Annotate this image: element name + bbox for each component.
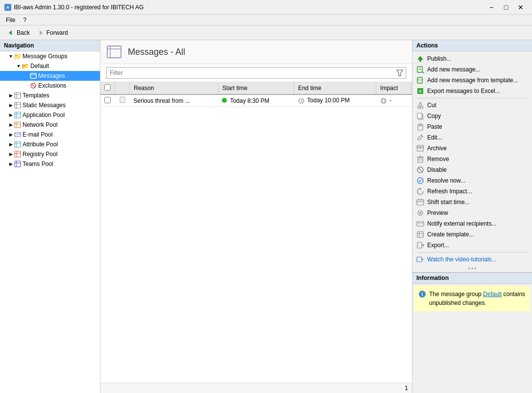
svg-rect-17 bbox=[15, 122, 21, 128]
action-publish[interactable]: Publish... bbox=[412, 53, 532, 64]
action-cut[interactable]: Cut bbox=[412, 100, 532, 111]
th-impact[interactable]: Impact bbox=[376, 82, 412, 94]
svg-point-75 bbox=[419, 212, 421, 214]
row-start-time: Today 8:30 PM bbox=[218, 94, 294, 107]
tree-label-exclusions: Exclusions bbox=[38, 82, 66, 89]
menu-help[interactable]: ? bbox=[19, 16, 30, 24]
tree-item-registry-pool[interactable]: ▶ Registry Pool bbox=[0, 149, 100, 159]
action-label-notify-external: Notify external recipients... bbox=[427, 220, 496, 227]
info-default-link[interactable]: Default bbox=[483, 291, 502, 298]
create-template-icon bbox=[416, 231, 424, 238]
tree-item-application-pool[interactable]: ▶ Application Pool bbox=[0, 110, 100, 120]
impact-icon bbox=[380, 97, 387, 104]
tree-item-attribute-pool[interactable]: ▶ Attribute Pool bbox=[0, 139, 100, 149]
minimize-button[interactable]: − bbox=[484, 2, 499, 12]
row-checkbox[interactable] bbox=[104, 97, 111, 103]
expand-icon-templates: ▶ bbox=[8, 92, 14, 98]
svg-point-49 bbox=[418, 106, 420, 109]
action-add-new-message[interactable]: + Add new message... bbox=[412, 64, 532, 75]
titlebar: A IBI-aws Admin 1.30.0 - registered for … bbox=[0, 0, 532, 15]
maximize-button[interactable]: □ bbox=[499, 2, 513, 12]
archive-icon bbox=[416, 144, 424, 152]
preview-icon bbox=[416, 209, 424, 217]
tree-item-default[interactable]: ▼ 📂 Default bbox=[0, 61, 100, 71]
export-excel-icon: X bbox=[416, 87, 424, 95]
tree-item-email-pool[interactable]: ▶ E-mail Pool bbox=[0, 130, 100, 139]
action-shift-start-time[interactable]: Shift start time... bbox=[412, 197, 532, 208]
action-remove[interactable]: Remove bbox=[412, 154, 532, 164]
status-indicator bbox=[222, 98, 227, 103]
copy-icon bbox=[416, 112, 424, 120]
action-copy[interactable]: Copy bbox=[412, 111, 532, 121]
filter-button[interactable] bbox=[394, 67, 406, 79]
svg-rect-41 bbox=[419, 60, 421, 62]
svg-rect-70 bbox=[417, 200, 424, 205]
action-paste[interactable]: Paste bbox=[412, 121, 532, 132]
action-export[interactable]: Export... bbox=[412, 240, 532, 251]
th-start-time[interactable]: Start time bbox=[218, 82, 294, 94]
th-end-time[interactable]: End time bbox=[294, 82, 376, 94]
svg-text:T+: T+ bbox=[418, 78, 422, 82]
svg-marker-3 bbox=[40, 30, 43, 35]
paste-icon bbox=[416, 123, 424, 131]
svg-line-43 bbox=[422, 71, 424, 73]
action-edit[interactable]: Edit... bbox=[412, 132, 532, 143]
add-message-icon: + bbox=[416, 66, 424, 73]
close-button[interactable]: ✕ bbox=[513, 2, 528, 12]
filter-input[interactable] bbox=[107, 69, 394, 76]
remove-icon bbox=[416, 155, 424, 163]
action-archive[interactable]: Archive bbox=[412, 143, 532, 154]
svg-rect-11 bbox=[15, 102, 21, 108]
svg-marker-69 bbox=[420, 188, 422, 190]
info-panel: Information i The message group Default … bbox=[412, 272, 532, 311]
action-label-export-excel: Export messages to Excel... bbox=[427, 88, 500, 94]
th-checkbox[interactable] bbox=[100, 82, 115, 94]
cut-icon bbox=[416, 101, 424, 109]
th-reason[interactable]: Reason bbox=[130, 82, 218, 94]
tree-item-teams-pool[interactable]: ▶ Teams Pool bbox=[0, 159, 100, 169]
tree-item-exclusions[interactable]: Exclusions bbox=[0, 81, 100, 91]
row-checkbox-cell[interactable] bbox=[100, 94, 115, 107]
select-all-checkbox[interactable] bbox=[104, 84, 111, 91]
forward-button[interactable]: Forward bbox=[34, 28, 71, 38]
edit-icon bbox=[416, 134, 424, 141]
tree-item-network-pool[interactable]: ▶ Network Pool bbox=[0, 120, 100, 130]
refresh-icon bbox=[416, 187, 424, 195]
notify-icon bbox=[416, 220, 424, 228]
table-container[interactable]: Reason Start time End time Impact bbox=[100, 82, 412, 383]
action-label-archive: Archive bbox=[427, 145, 447, 152]
svg-line-52 bbox=[420, 102, 422, 106]
forward-label: Forward bbox=[47, 29, 68, 36]
table-row[interactable]: Serious threat from ... Today 8:30 PM bbox=[100, 94, 412, 107]
separator-2 bbox=[416, 252, 528, 253]
resolve-icon bbox=[416, 177, 424, 185]
teams-pool-icon bbox=[14, 160, 22, 168]
action-notify-external[interactable]: Notify external recipients... bbox=[412, 218, 532, 229]
publish-icon bbox=[416, 55, 424, 63]
action-watch-tutorials[interactable]: Watch the video-tutorials... bbox=[412, 254, 532, 265]
action-refresh-impact[interactable]: Refresh Impact... bbox=[412, 186, 532, 197]
tree-item-message-groups[interactable]: ▼ 📁 Message Groups bbox=[0, 51, 100, 61]
menu-file[interactable]: File bbox=[2, 16, 19, 24]
action-label-create-template: Create template... bbox=[427, 231, 474, 238]
svg-point-39 bbox=[382, 98, 385, 103]
tree-item-static-messages[interactable]: ▶ Static Messages bbox=[0, 100, 100, 110]
tree-label-network-pool: Network Pool bbox=[23, 121, 57, 128]
action-create-template[interactable]: Create template... bbox=[412, 229, 532, 240]
tree-item-messages[interactable]: Messages bbox=[0, 71, 100, 81]
add-from-template-icon: T+ bbox=[416, 76, 424, 84]
action-add-from-template[interactable]: T+ Add new message from template... bbox=[412, 75, 532, 86]
tree-label-attribute-pool: Attribute Pool bbox=[23, 141, 58, 148]
back-button[interactable]: Back bbox=[4, 28, 33, 38]
row-impact: - bbox=[376, 94, 412, 107]
back-label: Back bbox=[17, 29, 30, 36]
action-label-export: Export... bbox=[427, 242, 449, 249]
action-resolve-now[interactable]: Resolve now... bbox=[412, 175, 532, 186]
expand-icon-static: ▶ bbox=[8, 102, 14, 108]
tree-item-templates[interactable]: ▶ Templates bbox=[0, 91, 100, 100]
action-preview[interactable]: Preview bbox=[412, 208, 532, 218]
action-disable[interactable]: Disable bbox=[412, 164, 532, 175]
nav-tree: ▼ 📁 Message Groups ▼ 📂 Default bbox=[0, 51, 100, 169]
action-export-excel[interactable]: X Export messages to Excel... bbox=[412, 86, 532, 96]
content-area: Navigation ▼ 📁 Message Groups ▼ 📂 Defaul… bbox=[0, 40, 532, 393]
